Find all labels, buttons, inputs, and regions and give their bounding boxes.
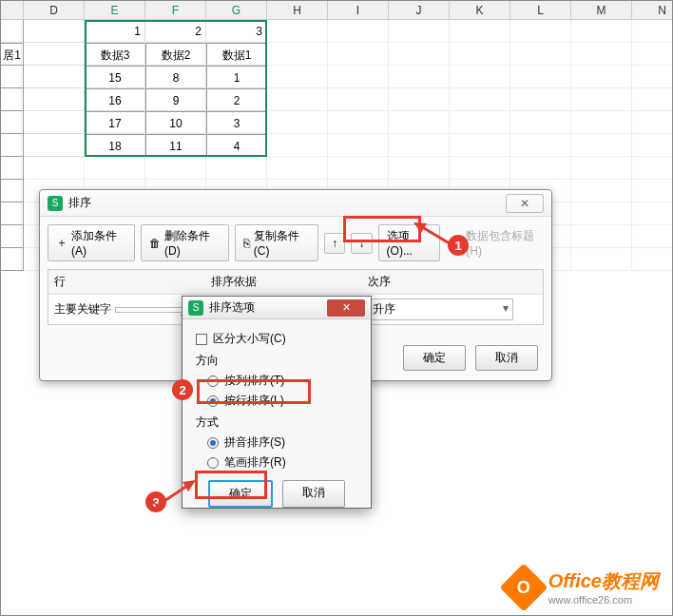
partial-header: 居1 (1, 43, 24, 66)
options-close-button[interactable]: ✕ (327, 299, 365, 317)
col-e: E (85, 1, 145, 19)
app-icon: S (188, 300, 203, 316)
hdr-col3: 数据1 (206, 43, 267, 66)
pinyin-radio[interactable] (207, 437, 219, 449)
cell[interactable]: 3 (206, 111, 267, 134)
by-column-label: 按列排序(T) (224, 373, 284, 389)
options-dialog-title: 排序选项 (209, 299, 255, 316)
stroke-radio[interactable] (207, 457, 219, 469)
cell[interactable]: 1 (206, 66, 267, 88)
by-row-label: 按行排序(L) (224, 393, 284, 409)
col-l: L (510, 1, 571, 19)
col-g: G (206, 1, 267, 19)
cell[interactable]: 15 (85, 66, 145, 88)
options-cancel-button[interactable]: 取消 (282, 480, 345, 508)
sort-cancel-button[interactable]: 取消 (475, 345, 538, 371)
pinyin-label: 拼音排序(S) (224, 434, 285, 451)
key-dropdown[interactable] (115, 307, 191, 313)
sort-col-header-row: 行 (48, 270, 205, 294)
sort-options-dialog: S 排序选项 ✕ 区分大小写(C) 方向 按列排序(T) 按行排序(L) 方式 … (182, 296, 372, 509)
col-m: M (571, 1, 632, 19)
options-ok-button[interactable]: 确定 (208, 480, 273, 508)
col-d: D (24, 1, 85, 19)
cell[interactable]: 11 (145, 134, 206, 157)
watermark-url: www.office26.com (548, 594, 659, 606)
cell[interactable]: 4 (206, 134, 267, 157)
watermark: O Office教程网 www.office26.com (507, 568, 659, 606)
sort-col-header-order: 次序 (362, 270, 519, 294)
aux-2: 2 (145, 20, 206, 43)
watermark-brand: Office教程网 (548, 568, 659, 594)
cell[interactable]: 10 (145, 111, 206, 134)
direction-group-label: 方向 (196, 353, 357, 369)
badge-3: 3 (145, 491, 166, 512)
cell[interactable]: 9 (145, 88, 206, 111)
aux-1: 1 (85, 20, 145, 43)
badge-2: 2 (172, 379, 193, 400)
by-row-radio[interactable] (207, 395, 219, 407)
col-k: K (450, 1, 510, 19)
sort-col-header-basis: 排序依据 (205, 270, 362, 294)
by-column-radio[interactable] (207, 375, 219, 387)
method-group-label: 方式 (196, 414, 357, 431)
sort-ok-button[interactable]: 确定 (403, 345, 466, 371)
col-f: F (145, 1, 206, 19)
cell[interactable]: 8 (145, 66, 206, 88)
case-sensitive-checkbox[interactable] (196, 334, 207, 345)
aux-3: 3 (206, 20, 267, 43)
col-j: J (389, 1, 450, 19)
order-dropdown[interactable]: 升序 (368, 298, 513, 320)
cell[interactable]: 17 (85, 111, 145, 134)
primary-key-label: 主要关键字 (54, 301, 111, 318)
grid[interactable]: 1 2 3 居1 数据3 数据2 数据1 15 8 1 (1, 20, 672, 271)
cell[interactable]: 2 (206, 88, 267, 111)
hdr-col2: 数据2 (145, 43, 206, 66)
col-i: I (328, 1, 389, 19)
case-sensitive-label: 区分大小写(C) (213, 331, 286, 347)
column-headers[interactable]: D E F G H I J K L M N (1, 1, 672, 20)
hdr-col1: 数据3 (85, 43, 145, 66)
stroke-label: 笔画排序(R) (224, 454, 286, 471)
cell[interactable]: 16 (85, 88, 145, 111)
watermark-icon: O (499, 563, 548, 611)
col-n: N (632, 1, 673, 19)
col-h: H (267, 1, 328, 19)
cell[interactable]: 18 (85, 134, 145, 157)
